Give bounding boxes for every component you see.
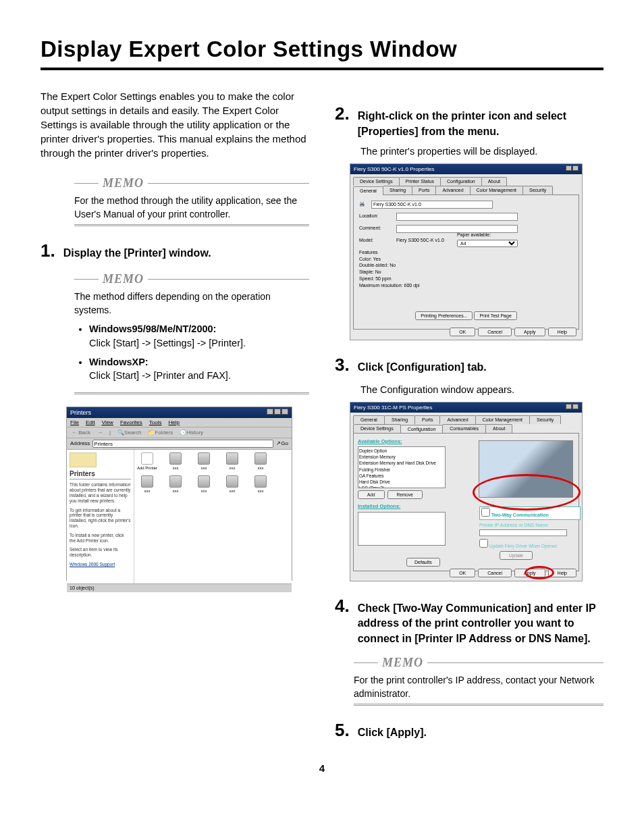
menu-file[interactable]: File xyxy=(70,419,79,426)
ss1-statusbar: 10 object(s) xyxy=(67,583,292,592)
ok-button[interactable]: OK xyxy=(450,569,475,577)
feat-res: Maximum resolution: 600 dpi xyxy=(359,282,573,289)
feat-speed: Speed: 50 ppm xyxy=(359,276,573,282)
ss1-sidebar: Printers This folder contains informatio… xyxy=(67,450,134,583)
paper-select[interactable]: A4 xyxy=(457,240,518,247)
available-options-list[interactable]: Duplex Option Extension Memory Extension… xyxy=(358,446,446,488)
printing-prefs-button[interactable]: Printing Preferences... xyxy=(415,311,473,320)
window-buttons xyxy=(565,404,579,411)
printer-name-field[interactable]: Fiery S300 50C-K v1.0 xyxy=(371,201,493,209)
intro-text: The Expert Color Settings enables you to… xyxy=(41,89,309,160)
update-button[interactable]: Update xyxy=(500,551,533,560)
printer-icon[interactable]: xxx xyxy=(194,475,214,494)
tab-device-settings[interactable]: Device Settings xyxy=(353,177,400,186)
help-button[interactable]: Help xyxy=(548,328,576,336)
printer-icon[interactable]: xxx xyxy=(194,452,214,471)
os-list: Windows95/98/Me/NT/2000: Click [Start] -… xyxy=(89,322,309,382)
search-button[interactable]: 🔍Search xyxy=(116,429,142,436)
apply-button[interactable]: Apply xyxy=(514,569,545,577)
add-printer-icon[interactable]: Add Printer xyxy=(137,452,157,471)
tab-printer-status[interactable]: Printer Status xyxy=(399,177,441,186)
menu-view[interactable]: View xyxy=(102,419,113,426)
step-3-number: 3. xyxy=(335,353,350,377)
cancel-button[interactable]: Cancel xyxy=(478,328,512,336)
add-button[interactable]: Add xyxy=(358,490,385,499)
tab-advanced[interactable]: Advanced xyxy=(439,415,475,424)
ip-address-field[interactable] xyxy=(479,529,567,536)
memo-1-text: For the method through the utility appli… xyxy=(74,194,309,221)
installed-options-list[interactable] xyxy=(358,512,446,546)
back-button[interactable]: ← Back xyxy=(70,429,92,436)
screenshot-properties-general: Fiery S300 50C-K v1.0 Properties Device … xyxy=(350,163,583,340)
page-title: Display Expert Color Settings Window xyxy=(41,34,603,70)
printer-icon[interactable]: xxx xyxy=(222,475,242,494)
ss1-side-p2: To get information about a printer that … xyxy=(70,508,131,529)
step-1-title: Display the [Printer] window. xyxy=(63,246,211,261)
tab-consumables[interactable]: Consumables xyxy=(442,424,486,433)
screenshot-properties-configuration: Fiery S300 31C-M PS Properties General S… xyxy=(350,402,583,581)
memo-label: MEMO xyxy=(382,654,423,671)
page-number: 4 xyxy=(41,761,603,775)
cancel-button[interactable]: Cancel xyxy=(478,569,512,577)
tab-color-mgmt[interactable]: Color Management xyxy=(475,415,531,424)
features-label: Features xyxy=(359,249,573,256)
tab-configuration[interactable]: Configuration xyxy=(440,177,482,186)
printer-icon[interactable]: xxx xyxy=(250,475,271,494)
ss1-side-heading: Printers xyxy=(70,469,131,479)
tab-ports[interactable]: Ports xyxy=(412,186,436,194)
step-4-title: Check [Two-Way Communication] and enter … xyxy=(358,601,603,646)
step-2-number: 2. xyxy=(335,101,350,126)
step-3-title: Click [Configuration] tab. xyxy=(358,360,487,375)
remove-button[interactable]: Remove xyxy=(387,490,423,499)
menu-edit[interactable]: Edit xyxy=(86,419,95,426)
printers-folder-icon xyxy=(70,452,97,467)
ok-button[interactable]: OK xyxy=(450,328,475,336)
ss2-title-text: Fiery S300 50C-K v1.0 Properties xyxy=(354,165,435,173)
tab-color-mgmt[interactable]: Color Management xyxy=(470,186,524,194)
ss1-side-p3: To install a new printer, click the Add … xyxy=(70,533,131,544)
tab-general[interactable]: General xyxy=(353,186,383,195)
printer-icon[interactable]: xxx xyxy=(165,452,186,471)
two-way-checkbox[interactable] xyxy=(481,508,490,517)
step-1-memo-text: The method differs depending on the oper… xyxy=(74,290,309,317)
tab-about[interactable]: About xyxy=(481,177,507,186)
printer-icon[interactable]: xxx xyxy=(165,475,186,494)
tab-advanced[interactable]: Advanced xyxy=(435,186,470,194)
ss1-menubar: File Edit View Favorites Tools Help xyxy=(67,418,292,427)
tab-security[interactable]: Security xyxy=(522,186,553,194)
tab-sharing[interactable]: Sharing xyxy=(383,186,412,194)
menu-favorites[interactable]: Favorites xyxy=(120,419,142,426)
printer-icon[interactable]: xxx xyxy=(250,452,271,471)
feat-staple: Staple: No xyxy=(359,269,573,276)
memo-label: MEMO xyxy=(103,175,144,192)
ss1-support-link[interactable]: Windows 2000 Support xyxy=(70,562,131,567)
model-label: Model: xyxy=(359,237,396,244)
folders-button[interactable]: 📁Folders xyxy=(146,429,174,436)
ss1-side-p4: Select an item to view its description. xyxy=(70,547,131,558)
memo-label: MEMO xyxy=(103,271,144,288)
tab-ports[interactable]: Ports xyxy=(414,415,440,424)
tab-general[interactable]: General xyxy=(353,415,385,424)
history-button[interactable]: 🕒History xyxy=(178,429,205,436)
tab-about[interactable]: About xyxy=(485,424,512,433)
os-2-path: Click [Start] -> [Printer and FAX]. xyxy=(89,370,231,381)
menu-help[interactable]: Help xyxy=(168,419,179,426)
address-input[interactable] xyxy=(92,440,273,448)
update-driver-checkbox[interactable] xyxy=(479,539,488,548)
help-button[interactable]: Help xyxy=(548,569,576,577)
step-2-body: The printer's properties will be display… xyxy=(360,145,603,158)
print-test-button[interactable]: Print Test Page xyxy=(474,311,516,320)
printer-icon[interactable]: xxx xyxy=(137,475,157,494)
tab-security[interactable]: Security xyxy=(529,415,561,424)
location-field[interactable] xyxy=(396,213,518,221)
defaults-button[interactable]: Defaults xyxy=(406,558,440,567)
step-5-title: Click [Apply]. xyxy=(358,725,427,740)
tab-sharing[interactable]: Sharing xyxy=(384,415,415,424)
printer-icon[interactable]: xxx xyxy=(222,452,242,471)
go-button[interactable]: ↗Go xyxy=(276,440,288,448)
step-3-body: The Configuration window appears. xyxy=(360,383,603,396)
menu-tools[interactable]: Tools xyxy=(149,419,162,426)
tab-device-settings[interactable]: Device Settings xyxy=(353,424,401,433)
ss1-title-text: Printers xyxy=(70,409,91,417)
apply-button[interactable]: Apply xyxy=(514,328,545,336)
